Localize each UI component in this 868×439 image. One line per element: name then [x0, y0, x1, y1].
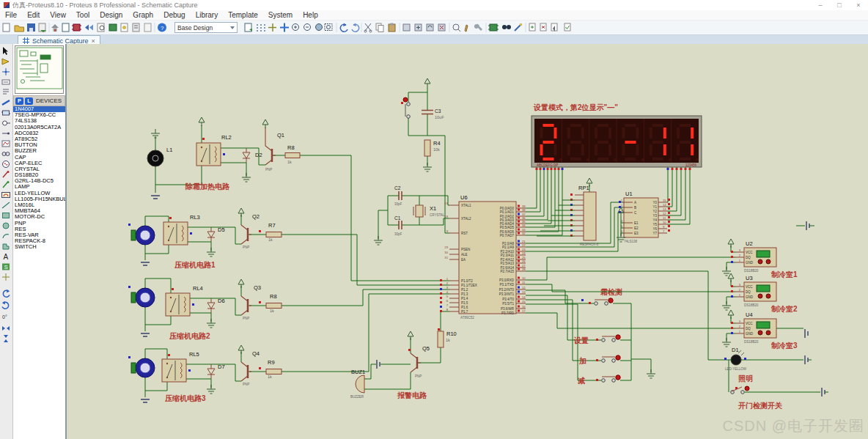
sensor-up-button[interactable]: [758, 294, 762, 298]
schematic-canvas[interactable]: L1 RL2 D2 Q1 R8 1k PNP 除霜加热电路 C3: [67, 44, 868, 439]
save-icon[interactable]: [27, 23, 35, 32]
property-assignment-icon[interactable]: [515, 23, 522, 31]
push-button[interactable]: [596, 355, 620, 363]
rotation-angle-field[interactable]: 0°: [2, 314, 7, 320]
open-folder-icon[interactable]: [15, 26, 24, 32]
close-button[interactable]: ×: [849, 1, 868, 9]
notes-icon[interactable]: [144, 23, 151, 32]
sheet-remove-icon[interactable]: [540, 23, 546, 31]
ds18b20-sensor[interactable]: U2DS18B20VCC3DQ2GND1: [526, 239, 776, 280]
led-d1[interactable]: [731, 355, 741, 365]
decoder-74ls138[interactable]: U1 74LS138 1A2B3C4E15E26E3Y015Y114Y213Y3…: [586, 178, 670, 243]
y-mirror-icon[interactable]: [4, 335, 8, 342]
push-button[interactable]: [596, 375, 620, 383]
selection-mode-icon[interactable]: [3, 47, 8, 55]
sensor-down-button[interactable]: [766, 294, 770, 298]
x-mirror-icon[interactable]: [2, 326, 10, 331]
origin-icon[interactable]: [268, 23, 276, 32]
undo-icon[interactable]: [340, 23, 347, 32]
relay-symbol[interactable]: [166, 288, 194, 316]
respack-rp1[interactable]: RP1 RESPACK-8: [537, 185, 599, 246]
menu-library[interactable]: Library: [191, 11, 224, 19]
mcu-at89c52[interactable]: U6 AT89C52 19XTAL118XTAL29RST29PSEN30ALE…: [440, 194, 526, 320]
sensor-up-button[interactable]: [758, 331, 762, 335]
sheet-goto-icon[interactable]: [551, 23, 557, 32]
sheet-check-icon[interactable]: [564, 23, 570, 31]
cut-icon[interactable]: [364, 23, 372, 32]
sheet-add-icon[interactable]: [529, 23, 535, 31]
menu-system[interactable]: System: [263, 11, 298, 19]
subcircuit-mode-icon[interactable]: [1, 111, 10, 115]
component-mode-icon[interactable]: [2, 59, 9, 64]
edit-pencil-icon[interactable]: [465, 25, 468, 32]
device-pin-mode-icon[interactable]: [2, 132, 10, 134]
overview-minimap[interactable]: [15, 45, 64, 94]
capacitor-c1[interactable]: [399, 221, 402, 229]
zoom-sheet-icon[interactable]: [98, 23, 104, 32]
menu-template[interactable]: Template: [223, 11, 263, 19]
design-rule-icon[interactable]: [133, 23, 139, 32]
bus-mode-icon[interactable]: [2, 100, 10, 105]
zoom-area-icon[interactable]: [325, 24, 332, 31]
2d-line-icon[interactable]: [2, 202, 10, 208]
menu-edit[interactable]: Edit: [22, 11, 45, 19]
root-sheet-icon[interactable]: [245, 23, 252, 32]
block-rotate-icon[interactable]: [427, 24, 433, 31]
tab-close-icon[interactable]: ×: [92, 37, 95, 45]
pan-cursor-icon[interactable]: [280, 23, 289, 32]
grid-toggle-icon[interactable]: [257, 24, 265, 32]
block-move-icon[interactable]: [415, 24, 422, 31]
pick-parts-button[interactable]: P: [15, 97, 23, 105]
zoom-in-icon[interactable]: [293, 24, 299, 31]
relay-symbol[interactable]: [163, 217, 192, 245]
2d-circle-icon[interactable]: [3, 223, 9, 229]
sensor-down-button[interactable]: [766, 331, 770, 335]
wrench-icon[interactable]: [474, 24, 482, 31]
design-select[interactable]: Base Design: [174, 22, 238, 33]
menu-debug[interactable]: Debug: [158, 11, 190, 19]
2d-marker-icon[interactable]: [2, 273, 10, 281]
resistor-r10[interactable]: [438, 331, 444, 347]
rotate-anticlockwise-icon[interactable]: [2, 301, 9, 309]
virtual-instrument-mode-icon[interactable]: [2, 193, 10, 198]
reset-button[interactable]: [403, 97, 408, 102]
2d-text-icon[interactable]: A: [4, 253, 9, 261]
capacitor-c3[interactable]: [422, 111, 433, 114]
library-button[interactable]: L: [25, 97, 33, 105]
resistor-r4[interactable]: [424, 140, 430, 156]
relay-symbol[interactable]: [196, 138, 225, 166]
menu-file[interactable]: File: [0, 11, 22, 19]
crystal-x1[interactable]: [416, 205, 423, 217]
sensor-down-button[interactable]: [766, 259, 770, 264]
lamp-symbol[interactable]: [147, 150, 163, 166]
library-book-icon[interactable]: [109, 24, 117, 31]
capacitor-c2[interactable]: [399, 191, 402, 200]
relay-symbol[interactable]: [162, 354, 191, 382]
new-file-icon[interactable]: [3, 23, 10, 32]
2d-arc-icon[interactable]: [3, 235, 9, 238]
tape-recorder-mode-icon[interactable]: [2, 152, 10, 156]
resistor-r8-defrost[interactable]: [285, 153, 300, 158]
ares-chip-icon[interactable]: [72, 24, 81, 31]
text-script-mode-icon[interactable]: [3, 89, 9, 94]
buzzer-symbol[interactable]: [356, 375, 364, 393]
help-icon[interactable]: ?: [158, 23, 166, 32]
generator-mode-icon[interactable]: [3, 161, 10, 168]
bom-icon[interactable]: [121, 23, 128, 32]
zoom-out-icon[interactable]: [304, 24, 311, 31]
wire-label-mode-icon[interactable]: [2, 80, 10, 84]
2d-symbol-icon[interactable]: S: [2, 264, 10, 271]
import-design-icon[interactable]: [39, 23, 46, 32]
find-icon[interactable]: [502, 25, 511, 29]
menu-graph[interactable]: Graph: [128, 11, 158, 19]
push-button[interactable]: [589, 298, 613, 306]
sensor-up-button[interactable]: [758, 259, 762, 264]
device-item[interactable]: SWITCH: [13, 244, 65, 250]
new-sheet-icon[interactable]: [62, 23, 69, 32]
copy-icon[interactable]: [376, 23, 383, 32]
junction-dot-mode-icon[interactable]: [2, 68, 10, 75]
menu-tool[interactable]: Tool: [71, 11, 95, 19]
menu-design[interactable]: Design: [95, 11, 128, 19]
minimize-button[interactable]: –: [811, 1, 830, 9]
magnify-edit-icon[interactable]: [453, 24, 460, 32]
